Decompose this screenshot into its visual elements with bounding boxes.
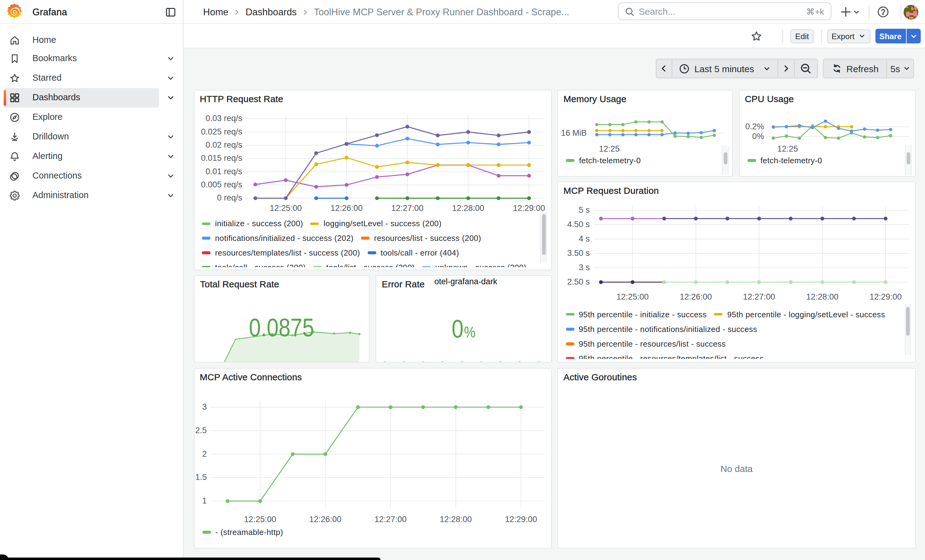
- svg-text:12:27:00: 12:27:00: [743, 292, 775, 302]
- svg-text:0.015 req/s: 0.015 req/s: [201, 153, 242, 163]
- svg-text:16 MiB: 16 MiB: [561, 128, 587, 138]
- svg-text:4.50 s: 4.50 s: [567, 220, 590, 229]
- svg-text:12:29:00: 12:29:00: [505, 515, 537, 524]
- svg-text:2.5: 2.5: [195, 426, 206, 435]
- svg-text:3: 3: [202, 402, 206, 411]
- svg-text:12:26:00: 12:26:00: [330, 204, 362, 213]
- svg-text:0.02 req/s: 0.02 req/s: [205, 140, 242, 150]
- svg-text:12:25:00: 12:25:00: [270, 204, 301, 213]
- svg-text:0.005 req/s: 0.005 req/s: [201, 180, 242, 189]
- svg-text:12:25: 12:25: [777, 144, 798, 153]
- svg-text:4 s: 4 s: [579, 234, 590, 243]
- svg-text:12:28:00: 12:28:00: [806, 292, 838, 302]
- svg-text:2: 2: [202, 449, 206, 458]
- svg-text:0 req/s: 0 req/s: [217, 193, 242, 203]
- svg-text:1.5: 1.5: [195, 473, 206, 482]
- svg-text:12:25: 12:25: [599, 144, 620, 153]
- svg-text:12:28:00: 12:28:00: [439, 515, 472, 524]
- svg-text:12:27:00: 12:27:00: [391, 204, 423, 213]
- svg-text:0.2%: 0.2%: [745, 122, 764, 131]
- svg-text:12:26:00: 12:26:00: [309, 515, 341, 524]
- svg-text:0.025 req/s: 0.025 req/s: [201, 127, 242, 136]
- svg-text:12:27:00: 12:27:00: [374, 515, 406, 524]
- svg-text:1: 1: [202, 496, 206, 505]
- svg-text:0.01 req/s: 0.01 req/s: [205, 167, 242, 176]
- svg-text:12:26:00: 12:26:00: [680, 292, 712, 302]
- svg-text:3 s: 3 s: [579, 263, 590, 272]
- svg-text:5 s: 5 s: [579, 206, 590, 215]
- svg-text:0.03 req/s: 0.03 req/s: [205, 114, 242, 123]
- svg-text:12:25:00: 12:25:00: [616, 292, 648, 302]
- svg-text:12:29:00: 12:29:00: [870, 292, 902, 302]
- svg-text:12:28:00: 12:28:00: [452, 204, 484, 213]
- svg-text:0%: 0%: [752, 132, 764, 141]
- svg-text:12:29:00: 12:29:00: [513, 204, 545, 213]
- svg-text:12:25:00: 12:25:00: [244, 515, 276, 524]
- svg-text:2.50 s: 2.50 s: [567, 277, 590, 287]
- svg-text:3.50 s: 3.50 s: [567, 249, 590, 258]
